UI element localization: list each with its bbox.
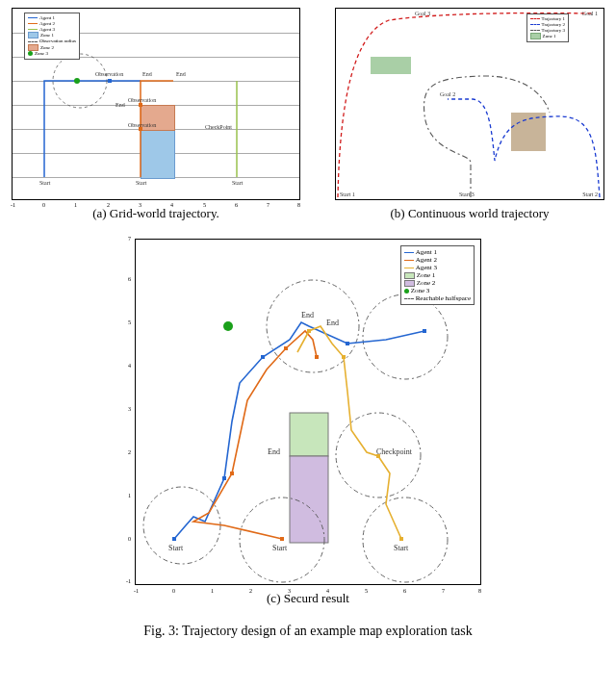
tick: 5 [203,202,206,208]
svg-rect-7 [290,413,328,456]
tick: 5 [365,588,368,594]
label-start: Start [394,544,408,552]
tick: 8 [297,202,300,208]
label-start: Start [232,180,243,186]
label-start2: Start 2 [582,191,598,197]
tick: 2 [128,449,131,455]
tick: 6 [235,202,238,208]
label-goal3: Goal 3 [415,11,430,16]
label-checkpoint: CheckPoint [205,124,232,130]
svg-rect-27 [342,355,346,359]
tick: -1 [126,578,131,584]
svg-point-14 [363,294,448,379]
svg-rect-23 [284,346,288,350]
label-end: End [268,447,280,456]
tick: 7 [128,236,131,242]
label-end: End [116,102,125,108]
tick: 0 [128,536,131,542]
svg-rect-16 [172,537,176,541]
label-start: Start [272,544,287,552]
tick: 4 [128,363,131,369]
tick: 3 [139,202,141,208]
tick: 7 [442,588,445,594]
panel-a: Start Start Start Observation Observatio… [12,8,300,221]
svg-rect-5 [371,57,411,74]
svg-rect-28 [307,329,311,333]
label-obs: Observation [128,122,156,128]
tick: 2 [107,202,110,208]
tick: 1 [128,493,131,498]
top-row: Start Start Start Observation Observatio… [12,8,604,221]
tick: 1 [211,588,214,594]
label-start: Start [168,544,183,552]
svg-point-11 [143,487,220,564]
caption-c: (c) Securd result [267,591,349,606]
caption-a: (a) Grid-world trajectory. [92,206,219,221]
svg-rect-20 [423,329,426,333]
label-checkpoint: Checkpoint [376,447,412,456]
svg-rect-6 [511,113,546,151]
plot-b-frame: Start 1 Start 2 Start 3 Goal 1 Goal 2 Go… [335,8,604,200]
tick: 6 [403,588,406,594]
plot-c-frame: Start Start Start End End End Checkpoint… [135,239,481,585]
tick: 7 [267,202,270,208]
label-goal1: Goal 1 [582,11,598,16]
label-start: Start [136,180,146,186]
svg-rect-22 [230,472,234,475]
tick: 3 [128,406,131,412]
tick: 3 [288,588,291,594]
label-start3: Start 3 [459,191,475,197]
caption-b: (b) Continuous world trajectory [391,206,550,221]
plot-a-legend: Agent 1 Agent 2 Agent 3 Zone 1 Observati… [24,13,80,60]
tick: 0 [42,202,45,208]
label-start: Start [39,180,50,186]
tick: 8 [478,588,481,594]
tick: 4 [326,588,329,594]
tick: 4 [170,202,173,208]
label-goal2: Goal 2 [440,91,455,97]
tick: 0 [172,588,175,594]
plot-c-legend: Agent 1 Agent 2 Agent 3 Zone 1 Zone 2 Zo… [400,245,475,305]
label-obs: Observation [95,71,123,77]
label-end: End [326,319,339,327]
figure-3: Start Start Start Observation Observatio… [0,0,616,643]
label-end: End [176,71,186,77]
label-start1: Start 1 [340,191,355,197]
tick: 5 [128,319,131,325]
label-obs: Observation [128,97,156,103]
tick: 2 [249,588,252,594]
tick: 6 [128,276,131,282]
svg-rect-18 [261,355,265,359]
panel-c: Start Start Start End End End Checkpoint… [135,239,481,606]
label-end: End [301,311,314,319]
tick: -1 [11,202,15,208]
figure-caption: Fig. 3: Trajectory design of an example … [12,624,604,643]
svg-rect-25 [399,537,403,541]
svg-rect-17 [222,476,226,480]
svg-rect-24 [315,355,319,359]
label-end: End [142,71,152,77]
panel-b: Start 1 Start 2 Start 3 Goal 1 Goal 2 Go… [335,8,604,221]
plot-a-frame: Start Start Start Observation Observatio… [12,8,300,200]
tick: 1 [74,202,77,208]
svg-rect-21 [280,537,284,541]
svg-point-9 [363,498,448,582]
tick: -1 [134,588,139,594]
zone-1-rect [141,129,175,179]
plot-b-legend: Trajectory 1 Trajectory 2 Trajectory 3 Z… [526,13,569,42]
svg-rect-19 [346,342,349,345]
svg-point-15 [223,321,233,331]
